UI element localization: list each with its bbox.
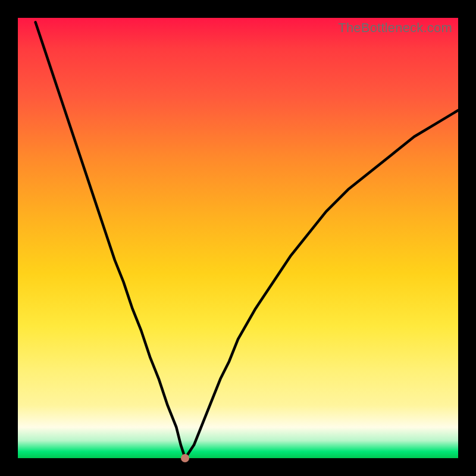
chart-frame: TheBottleneck.com [0,0,476,476]
watermark-label: TheBottleneck.com [338,20,452,36]
chart-plot-area: TheBottleneck.com [18,18,458,458]
bottleneck-curve [18,18,458,458]
optimal-point-marker [181,454,189,462]
